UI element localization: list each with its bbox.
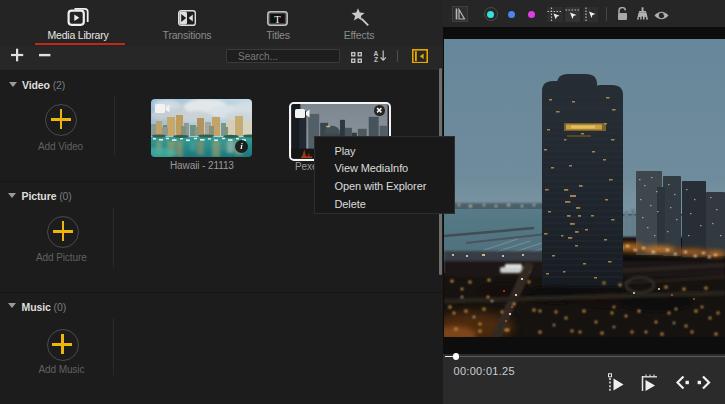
svg-text:Z: Z [374, 56, 378, 62]
svg-text:T: T [274, 13, 281, 24]
